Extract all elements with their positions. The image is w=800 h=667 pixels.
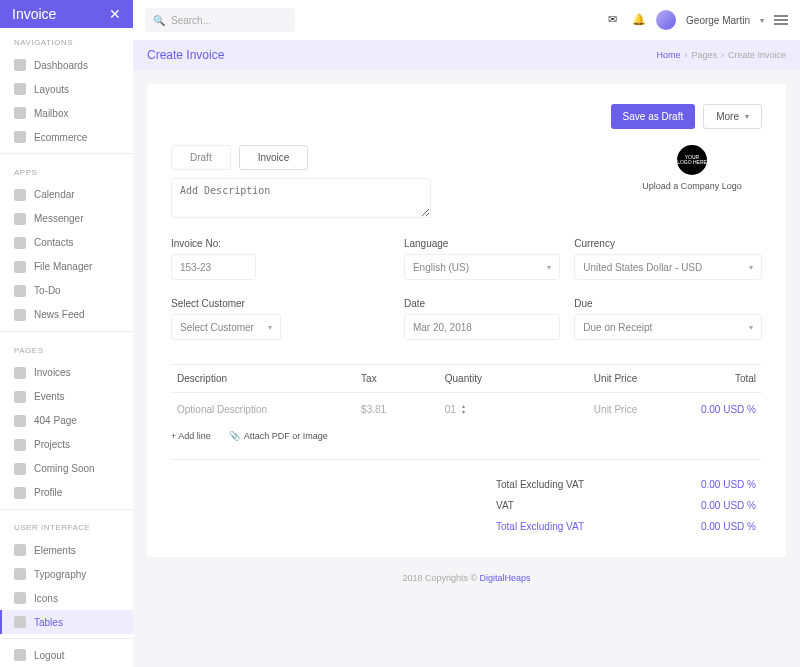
sidebar-item-icons[interactable]: Icons [0, 586, 133, 610]
sidebar-header: Invoice ✕ [0, 0, 133, 28]
bell-icon[interactable]: 🔔 [632, 13, 646, 27]
date-input[interactable]: Mar 20, 2018 [404, 314, 560, 340]
avatar[interactable] [656, 10, 676, 30]
footer-link[interactable]: DigitalHeaps [480, 573, 531, 583]
upload-logo-label: Upload a Company Logo [642, 181, 742, 191]
chevron-down-icon: ▾ [745, 112, 749, 121]
sidebar-section-navigations: NAVIGATIONS [0, 28, 133, 53]
totals: Total Excluding VAT0.00 USD % VAT0.00 US… [171, 474, 762, 537]
chevron-down-icon[interactable]: ▾ [760, 16, 764, 25]
sidebar-item-events[interactable]: Events [0, 385, 133, 409]
line-unit[interactable]: Unit Price [528, 404, 647, 415]
attach-button[interactable]: 📎Attach PDF or Image [229, 431, 328, 441]
add-line-button[interactable]: + Add line [171, 431, 211, 441]
sidebar-item-calendar[interactable]: Calendar [0, 183, 133, 207]
language-select[interactable]: English (US)▾ [404, 254, 560, 280]
sidebar-item-todo[interactable]: To-Do [0, 279, 133, 303]
line-tax[interactable]: $3.81 [361, 404, 445, 415]
contacts-icon [14, 237, 26, 249]
breadcrumb-current: Create Invoice [728, 50, 786, 60]
save-draft-button[interactable]: Save as Draft [611, 104, 696, 129]
col-desc-header: Description [171, 373, 361, 384]
cart-icon [14, 131, 26, 143]
sidebar-item-invoices[interactable]: Invoices [0, 361, 133, 385]
due-select[interactable]: Due on Receipt▾ [574, 314, 762, 340]
sidebar-item-newsfeed[interactable]: News Feed [0, 303, 133, 327]
breadcrumb-mid[interactable]: Pages [691, 50, 717, 60]
sidebar-item-ecommerce[interactable]: Ecommerce [0, 125, 133, 149]
sidebar-item-layouts[interactable]: Layouts [0, 77, 133, 101]
dashboard-icon [14, 59, 26, 71]
messenger-icon [14, 213, 26, 225]
description-textarea[interactable] [171, 178, 431, 218]
sidebar-item-messenger[interactable]: Messenger [0, 207, 133, 231]
sidebar-item-mailbox[interactable]: Mailbox [0, 101, 133, 125]
page-title: Create Invoice [147, 48, 224, 62]
sidebar-item-404[interactable]: 404 Page [0, 409, 133, 433]
sidebar-item-typography[interactable]: Typography [0, 562, 133, 586]
total-excl-vat-label: Total Excluding VAT [496, 479, 616, 490]
sidebar-item-contacts[interactable]: Contacts [0, 231, 133, 255]
projects-icon [14, 439, 26, 451]
elements-icon [14, 544, 26, 556]
sidebar-item-projects[interactable]: Projects [0, 433, 133, 457]
col-total-header: Total [647, 373, 762, 384]
attach-icon: 📎 [229, 431, 240, 441]
sidebar-item-comingsoon[interactable]: Coming Soon [0, 457, 133, 481]
total-excl-vat-value: 0.00 USD % [676, 479, 756, 490]
icons-icon [14, 592, 26, 604]
col-unit-header: Unit Price [528, 373, 647, 384]
logout-icon [14, 649, 26, 661]
sidebar-item-dashboards[interactable]: Dashboards [0, 53, 133, 77]
tables-icon [14, 616, 26, 628]
line-desc[interactable]: Optional Description [171, 404, 361, 415]
hamburger-icon[interactable] [774, 15, 788, 25]
subheader: Create Invoice Home › Pages › Create Inv… [133, 40, 800, 70]
sidebar-item-logout[interactable]: Logout [0, 643, 133, 667]
invoice-no-input[interactable]: 153-23 [171, 254, 256, 280]
news-icon [14, 309, 26, 321]
breadcrumb-home[interactable]: Home [656, 50, 680, 60]
error-icon [14, 415, 26, 427]
customer-label: Select Customer [171, 298, 390, 309]
mail-icon[interactable]: ✉ [608, 13, 622, 27]
file-icon [14, 261, 26, 273]
main: 🔍 Search... ✉ 🔔 George Martin ▾ Create I… [133, 0, 800, 667]
divider [0, 638, 133, 639]
sidebar-section-apps: APPS [0, 158, 133, 183]
content-area: Save as Draft More▾ Draft Invoice YOUR L… [133, 70, 800, 667]
col-qty-header: Quantity [445, 373, 529, 384]
date-label: Date [404, 298, 560, 309]
chevron-down-icon[interactable]: ▾ [462, 409, 465, 415]
quantity-stepper[interactable]: 01▴▾ [445, 403, 529, 415]
customer-select[interactable]: Select Customer▾ [171, 314, 281, 340]
layouts-icon [14, 83, 26, 95]
chevron-down-icon: ▾ [749, 263, 753, 272]
search-input[interactable]: 🔍 Search... [145, 8, 295, 32]
sidebar-section-ui: USER INTERFACE [0, 513, 133, 538]
more-button[interactable]: More▾ [703, 104, 762, 129]
sidebar-item-filemanager[interactable]: File Manager [0, 255, 133, 279]
tab-invoice[interactable]: Invoice [239, 145, 309, 170]
profile-icon [14, 487, 26, 499]
sidebar-item-tables[interactable]: Tables [0, 610, 133, 634]
line-row: Optional Description $3.81 01▴▾ Unit Pri… [171, 393, 762, 425]
total-final-value: 0.00 USD % [676, 521, 756, 532]
line-items: Description Tax Quantity Unit Price Tota… [171, 364, 762, 460]
invoices-icon [14, 367, 26, 379]
tab-draft[interactable]: Draft [171, 145, 231, 170]
search-icon: 🔍 [153, 15, 165, 26]
sidebar-item-elements[interactable]: Elements [0, 538, 133, 562]
currency-label: Currency [574, 238, 762, 249]
chevron-down-icon: ▾ [749, 323, 753, 332]
currency-select[interactable]: United States Dollar - USD▾ [574, 254, 762, 280]
user-name: George Martin [686, 15, 750, 26]
divider [0, 331, 133, 332]
invoice-no-label: Invoice No: [171, 238, 390, 249]
logo-placeholder[interactable]: YOUR LOGO HERE [677, 145, 707, 175]
events-icon [14, 391, 26, 403]
col-tax-header: Tax [361, 373, 445, 384]
sidebar-toggle-icon[interactable]: ✕ [109, 6, 121, 22]
sidebar-section-pages: PAGES [0, 336, 133, 361]
sidebar-item-profile[interactable]: Profile [0, 481, 133, 505]
